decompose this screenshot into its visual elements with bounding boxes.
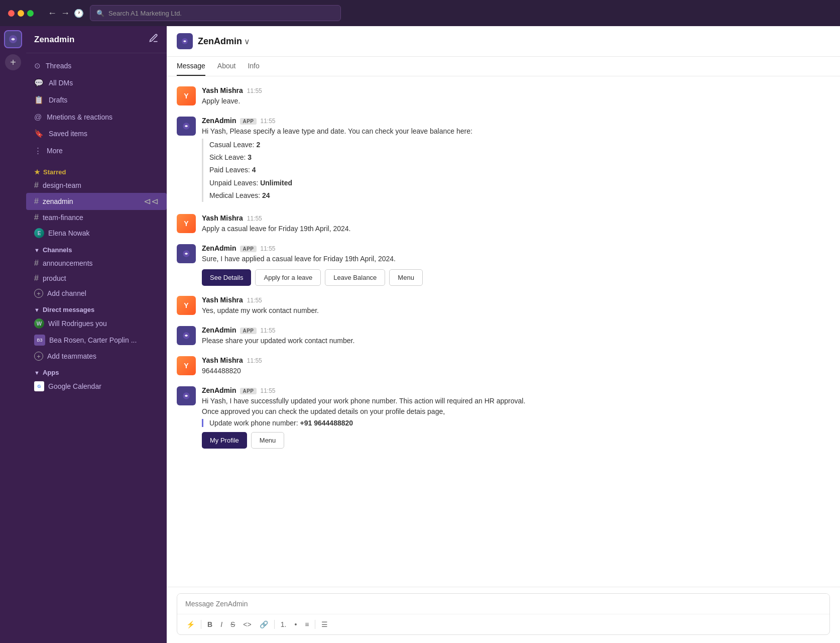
collapse-arrow: ▼ <box>34 247 40 253</box>
action-buttons: My Profile Menu <box>202 432 830 449</box>
message-row: Y Yash Mishra 11:55 Apply leave. <box>177 86 830 106</box>
message-row: Y Yash Mishra 11:55 Apply a casual leave… <box>177 214 830 234</box>
toolbar-italic[interactable]: I <box>217 618 225 630</box>
msg-header: Yash Mishra 11:55 <box>202 356 830 364</box>
threads-label: Threads <box>46 62 71 70</box>
more-label: More <box>47 147 63 155</box>
tab-info[interactable]: Info <box>248 57 259 76</box>
channel-product[interactable]: # product <box>26 271 167 286</box>
icon-bar: + <box>0 26 26 643</box>
see-details-button[interactable]: See Details <box>202 269 251 286</box>
dm-collapse-arrow: ▼ <box>34 307 40 313</box>
gcal-icon: G <box>34 381 44 391</box>
leave-medical: Medical Leaves: 24 <box>209 189 830 202</box>
drafts-icon: 📋 <box>34 95 44 104</box>
dm-bea[interactable]: B3 Bea Rosen, Carter Poplin ... <box>26 332 167 349</box>
channel-zenadmin[interactable]: # zenadmin ⊲⊲ <box>26 193 167 210</box>
announcements-label: announcements <box>43 259 93 267</box>
product-label: product <box>43 274 66 282</box>
close-button[interactable] <box>8 10 15 17</box>
toolbar-bolt[interactable]: ⚡ <box>183 618 198 630</box>
message-row: Y Yash Mishra 11:55 Yes, update my work … <box>177 296 830 316</box>
msg-sender: Yash Mishra <box>202 356 243 364</box>
dm-elena[interactable]: E Elena Nowak <box>26 225 167 241</box>
toolbar-indent[interactable]: ≡ <box>302 618 312 630</box>
message-input[interactable] <box>177 594 829 614</box>
msg-content: Yash Mishra 11:55 Yes, update my work co… <box>202 296 830 316</box>
app-gcal[interactable]: G Google Calendar <box>26 378 167 394</box>
msg-content: ZenAdmin APP 11:55 Please share your upd… <box>202 326 830 346</box>
back-button[interactable]: ← <box>48 8 57 19</box>
add-workspace-button[interactable]: + <box>5 54 21 70</box>
menu-button-2[interactable]: Menu <box>251 432 285 449</box>
search-bar[interactable]: 🔍 Search A1 Marketing Ltd. <box>90 5 341 21</box>
dm-section-label: Direct messages <box>43 306 94 313</box>
channels-section-header[interactable]: ▼ Channels <box>26 241 167 256</box>
msg-text: Sure, I have applied a casual leave for … <box>202 254 830 264</box>
message-row: ZenAdmin APP 11:55 Sure, I have applied … <box>177 244 830 286</box>
toolbar-attachment[interactable]: ☰ <box>318 618 331 630</box>
tab-message[interactable]: Message <box>177 57 205 76</box>
forward-button[interactable]: → <box>61 8 70 19</box>
msg-header: ZenAdmin APP 11:55 <box>202 117 830 125</box>
toolbar-unordered-list[interactable]: • <box>291 618 300 630</box>
menu-button[interactable]: Menu <box>389 269 423 286</box>
leave-balance-block: Casual Leave: 2 Sick Leave: 3 Paid Leave… <box>202 139 830 202</box>
toolbar-link[interactable]: 🔗 <box>257 618 271 630</box>
msg-text: 9644488820 <box>202 366 830 376</box>
apply-leave-button[interactable]: Apply for a leave <box>255 269 321 286</box>
maximize-button[interactable] <box>27 10 34 17</box>
zen-avatar <box>177 244 196 263</box>
dm-will[interactable]: W Will Rodrigues you <box>26 315 167 332</box>
channel-team-finance[interactable]: # team-finance <box>26 210 167 225</box>
msg-sender: ZenAdmin <box>202 386 236 394</box>
minimize-button[interactable] <box>18 10 24 17</box>
gcal-label: Google Calendar <box>48 382 101 390</box>
hash-icon: # <box>34 259 39 268</box>
tab-about[interactable]: About <box>217 57 236 76</box>
history-button[interactable]: 🕐 <box>74 8 84 19</box>
message-row: ZenAdmin APP 11:55 Please share your upd… <box>177 326 830 346</box>
msg-content: Yash Mishra 11:55 Apply leave. <box>202 86 830 106</box>
msg-time: 11:55 <box>247 297 262 304</box>
alldms-label: All DMs <box>49 79 73 87</box>
dm-section-header[interactable]: ▼ Direct messages <box>26 301 167 315</box>
sidebar-item-alldms[interactable]: 💬 All DMs <box>26 74 167 91</box>
zen-avatar <box>177 386 196 405</box>
app-body: + Zenadmin ⊙ Threads 💬 All DMs 📋 <box>0 26 840 643</box>
channel-announcements[interactable]: # announcements <box>26 256 167 271</box>
msg-text: Hi Yash, Please specify a leave type and… <box>202 126 830 137</box>
sidebar-item-threads[interactable]: ⊙ Threads <box>26 57 167 74</box>
app-badge: APP <box>240 328 256 334</box>
sidebar-item-mentions[interactable]: @ Mnetions & reactions <box>26 109 167 125</box>
leave-balance-button[interactable]: Leave Balance <box>325 269 385 286</box>
toolbar-bold[interactable]: B <box>204 618 215 630</box>
compose-button[interactable] <box>149 33 159 46</box>
window-controls <box>8 10 34 17</box>
add-channel-button[interactable]: + Add channel <box>26 286 167 301</box>
add-teammates-button[interactable]: + Add teammates <box>26 349 167 364</box>
sidebar-item-saved[interactable]: 🔖 Saved items <box>26 125 167 142</box>
sidebar-item-drafts[interactable]: 📋 Drafts <box>26 91 167 109</box>
toolbar-strikethrough[interactable]: S <box>227 618 238 630</box>
toolbar-code[interactable]: <> <box>240 618 254 630</box>
channel-dropdown[interactable]: ∨ <box>244 37 250 46</box>
mentions-label: Mnetions & reactions <box>47 113 112 121</box>
messages-area: Y Yash Mishra 11:55 Apply leave. <box>167 76 840 587</box>
msg-header: Yash Mishra 11:55 <box>202 296 830 304</box>
search-placeholder: Search A1 Marketing Ltd. <box>108 10 182 17</box>
toolbar-ordered-list[interactable]: 1. <box>278 618 290 630</box>
channel-name: ZenAdmin <box>198 36 242 47</box>
channel-design-team[interactable]: # design-team <box>26 178 167 193</box>
app-badge: APP <box>240 246 256 252</box>
workspace-avatar[interactable] <box>4 30 22 48</box>
sidebar-item-more[interactable]: ⋮ More <box>26 142 167 159</box>
sidebar-header: Zenadmin <box>26 26 167 53</box>
apps-section-header[interactable]: ▼ Apps <box>26 364 167 378</box>
msg-time: 11:55 <box>261 387 276 394</box>
my-profile-button[interactable]: My Profile <box>202 432 247 449</box>
threads-icon: ⊙ <box>34 61 41 70</box>
hash-icon: # <box>34 197 39 206</box>
zen-avatar <box>177 117 196 136</box>
msg-sender: Yash Mishra <box>202 296 243 304</box>
